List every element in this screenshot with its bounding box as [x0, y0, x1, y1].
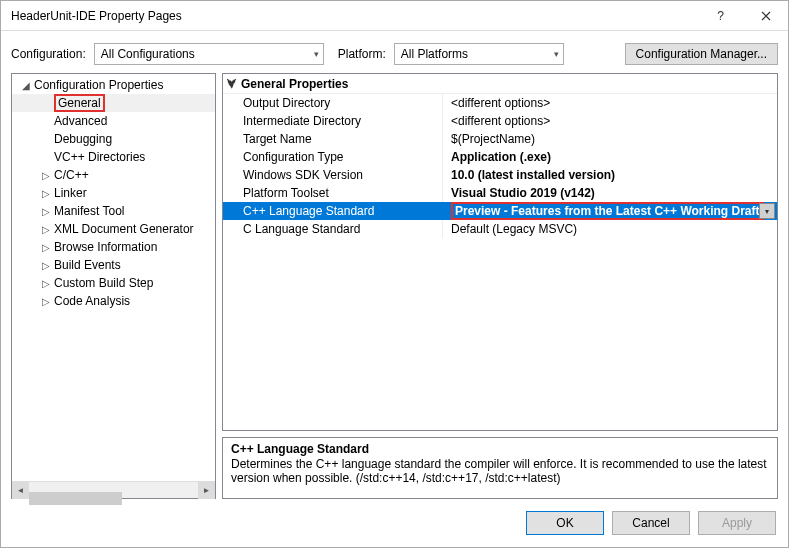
close-icon — [761, 11, 771, 21]
expand-icon[interactable]: ▷ — [40, 206, 52, 217]
scroll-thumb[interactable] — [29, 492, 122, 505]
tree-item-label: Build Events — [52, 258, 121, 272]
tree-item-label: Advanced — [52, 114, 107, 128]
configuration-label: Configuration: — [11, 47, 86, 61]
grid-value[interactable]: 10.0 (latest installed version) — [443, 166, 777, 184]
tree-item[interactable]: VC++ Directories — [12, 148, 215, 166]
apply-button: Apply — [698, 511, 776, 535]
expand-icon[interactable]: ▷ — [40, 188, 52, 199]
description-title: C++ Language Standard — [231, 442, 769, 456]
tree-item-label: General — [52, 94, 105, 112]
expand-icon[interactable]: ▷ — [40, 224, 52, 235]
tree-item[interactable]: ▷Browse Information — [12, 238, 215, 256]
property-grid: ⮟ General Properties Output Directory<di… — [222, 73, 778, 431]
tree-item[interactable]: ▷Custom Build Step — [12, 274, 215, 292]
tree-item[interactable]: Advanced — [12, 112, 215, 130]
dialog-buttons: OK Cancel Apply — [1, 499, 788, 547]
configuration-combo[interactable]: All Configurations ▾ — [94, 43, 324, 65]
right-panel: ⮟ General Properties Output Directory<di… — [222, 73, 778, 499]
tree-item-label: Debugging — [52, 132, 112, 146]
grid-body: Output Directory<different options>Inter… — [223, 94, 777, 430]
close-button[interactable] — [743, 1, 788, 31]
tree-panel: ◢ Configuration Properties GeneralAdvanc… — [11, 73, 216, 499]
expand-icon[interactable]: ▷ — [40, 260, 52, 271]
tree-item[interactable]: Debugging — [12, 130, 215, 148]
grid-value[interactable]: Preview - Features from the Latest C++ W… — [443, 202, 777, 220]
platform-label: Platform: — [338, 47, 386, 61]
grid-row[interactable]: Target Name$(ProjectName) — [223, 130, 777, 148]
grid-key: Target Name — [223, 130, 443, 148]
grid-value[interactable]: Default (Legacy MSVC) — [443, 220, 777, 238]
scroll-right-icon[interactable]: ► — [198, 482, 215, 499]
toolbar: Configuration: All Configurations ▾ Plat… — [1, 31, 788, 73]
tree[interactable]: ◢ Configuration Properties GeneralAdvanc… — [12, 74, 215, 481]
tree-item[interactable]: ▷Linker — [12, 184, 215, 202]
cancel-button[interactable]: Cancel — [612, 511, 690, 535]
tree-item-label: Manifest Tool — [52, 204, 124, 218]
tree-item[interactable]: ▷XML Document Generator — [12, 220, 215, 238]
grid-value[interactable]: $(ProjectName) — [443, 130, 777, 148]
grid-key: C Language Standard — [223, 220, 443, 238]
grid-row[interactable]: Windows SDK Version10.0 (latest installe… — [223, 166, 777, 184]
platform-value: All Platforms — [401, 47, 468, 61]
grid-row[interactable]: Output Directory<different options> — [223, 94, 777, 112]
chevron-down-icon: ▾ — [554, 49, 559, 59]
grid-category-header[interactable]: ⮟ General Properties — [223, 74, 777, 94]
tree-item-label: VC++ Directories — [52, 150, 145, 164]
tree-item[interactable]: ▷Manifest Tool — [12, 202, 215, 220]
tree-item[interactable]: ▷Code Analysis — [12, 292, 215, 310]
grid-key: C++ Language Standard — [223, 202, 443, 220]
grid-key: Intermediate Directory — [223, 112, 443, 130]
grid-value[interactable]: <different options> — [443, 94, 777, 112]
window-title: HeaderUnit-IDE Property Pages — [11, 9, 698, 23]
grid-key: Platform Toolset — [223, 184, 443, 202]
titlebar: HeaderUnit-IDE Property Pages ? — [1, 1, 788, 31]
help-button[interactable]: ? — [698, 1, 743, 31]
expand-icon[interactable]: ▷ — [40, 296, 52, 307]
grid-key: Windows SDK Version — [223, 166, 443, 184]
grid-value[interactable]: Application (.exe) — [443, 148, 777, 166]
tree-item-label: Custom Build Step — [52, 276, 153, 290]
collapse-icon[interactable]: ⮟ — [227, 78, 241, 89]
grid-row[interactable]: Intermediate Directory<different options… — [223, 112, 777, 130]
configuration-value: All Configurations — [101, 47, 195, 61]
tree-item[interactable]: ▷Build Events — [12, 256, 215, 274]
grid-row[interactable]: Configuration TypeApplication (.exe) — [223, 148, 777, 166]
expand-icon[interactable]: ▷ — [40, 242, 52, 253]
grid-key: Output Directory — [223, 94, 443, 112]
grid-key: Configuration Type — [223, 148, 443, 166]
collapse-icon[interactable]: ◢ — [20, 80, 32, 91]
configuration-manager-button[interactable]: Configuration Manager... — [625, 43, 778, 65]
tree-item-label: C/C++ — [52, 168, 89, 182]
grid-value[interactable]: Visual Studio 2019 (v142) — [443, 184, 777, 202]
grid-value[interactable]: <different options> — [443, 112, 777, 130]
expand-icon[interactable]: ▷ — [40, 278, 52, 289]
tree-item-label: Linker — [52, 186, 87, 200]
grid-row[interactable]: C++ Language StandardPreview - Features … — [223, 202, 777, 220]
tree-item-label: Code Analysis — [52, 294, 130, 308]
horizontal-scrollbar[interactable]: ◄ ► — [12, 481, 215, 498]
chevron-down-icon: ▾ — [314, 49, 319, 59]
tree-root[interactable]: ◢ Configuration Properties — [12, 76, 215, 94]
content-area: ◢ Configuration Properties GeneralAdvanc… — [1, 73, 788, 499]
expand-icon[interactable]: ▷ — [40, 170, 52, 181]
scroll-left-icon[interactable]: ◄ — [12, 482, 29, 499]
grid-row[interactable]: C Language StandardDefault (Legacy MSVC) — [223, 220, 777, 238]
ok-button[interactable]: OK — [526, 511, 604, 535]
grid-row[interactable]: Platform ToolsetVisual Studio 2019 (v142… — [223, 184, 777, 202]
tree-item-label: XML Document Generator — [52, 222, 194, 236]
dropdown-button[interactable]: ▾ — [759, 203, 775, 219]
description-body: Determines the C++ language standard the… — [231, 457, 769, 485]
tree-item[interactable]: ▷C/C++ — [12, 166, 215, 184]
tree-item-label: Browse Information — [52, 240, 157, 254]
tree-item[interactable]: General — [12, 94, 215, 112]
platform-combo[interactable]: All Platforms ▾ — [394, 43, 564, 65]
description-panel: C++ Language Standard Determines the C++… — [222, 437, 778, 499]
property-pages-dialog: HeaderUnit-IDE Property Pages ? Configur… — [0, 0, 789, 548]
